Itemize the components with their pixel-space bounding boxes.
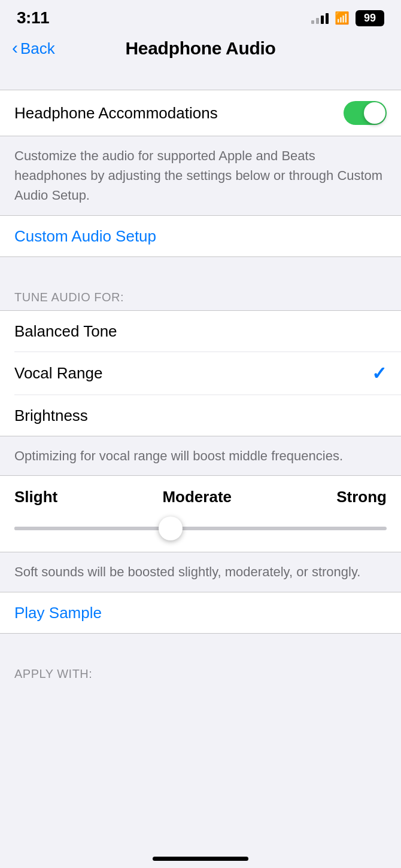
section-gap-3 (0, 634, 401, 655)
slider-description: Soft sounds will be boosted slightly, mo… (0, 552, 401, 591)
play-sample-section: Play Sample (0, 592, 401, 634)
apply-with-header: APPLY WITH: (0, 655, 401, 687)
battery-indicator: 99 (356, 10, 384, 26)
brightness-row[interactable]: Brightness (0, 395, 401, 436)
wifi-icon: 📶 (335, 11, 350, 25)
custom-audio-label: Custom Audio Setup (14, 227, 156, 246)
balanced-tone-label: Balanced Tone (14, 322, 117, 341)
accommodations-toggle[interactable] (344, 101, 387, 125)
nav-bar: ‹ Back Headphone Audio (0, 32, 401, 68)
signal-icon (311, 12, 329, 24)
accommodations-description: Customize the audio for supported Apple … (0, 136, 401, 215)
status-bar: 3:11 📶 99 (0, 0, 401, 32)
section-gap-1 (0, 68, 401, 90)
chevron-left-icon: ‹ (12, 39, 18, 57)
page-title: Headphone Audio (125, 38, 275, 59)
custom-audio-row[interactable]: Custom Audio Setup (0, 216, 401, 256)
home-indicator (153, 857, 248, 861)
back-button[interactable]: ‹ Back (12, 39, 55, 58)
slider-label-slight: Slight (14, 488, 57, 506)
slider-fill (14, 527, 171, 530)
section-gap-2 (0, 257, 401, 279)
vocal-range-label: Vocal Range (14, 364, 102, 383)
play-sample-row[interactable]: Play Sample (0, 592, 401, 633)
slider-container[interactable] (0, 512, 401, 552)
brightness-label: Brightness (14, 407, 88, 425)
custom-audio-section: Custom Audio Setup (0, 215, 401, 257)
slider-section: Slight Moderate Strong (0, 476, 401, 552)
balanced-tone-row[interactable]: Balanced Tone (0, 311, 401, 352)
play-sample-label: Play Sample (14, 604, 102, 622)
slider-track (14, 527, 387, 530)
slider-label-strong: Strong (336, 488, 387, 506)
accommodations-section: Headphone Accommodations (0, 90, 401, 136)
vocal-range-checkmark: ✓ (372, 363, 387, 384)
tune-audio-description: Optimizing for vocal range will boost mi… (0, 436, 401, 475)
slider-labels-row: Slight Moderate Strong (0, 476, 401, 512)
slider-thumb[interactable] (159, 516, 183, 540)
status-icons: 📶 99 (311, 10, 384, 26)
accommodations-label: Headphone Accommodations (14, 104, 218, 123)
tune-audio-header: TUNE AUDIO FOR: (0, 279, 401, 310)
accommodations-row[interactable]: Headphone Accommodations (0, 90, 401, 136)
slider-label-moderate: Moderate (162, 488, 232, 506)
status-time: 3:11 (17, 8, 49, 27)
vocal-range-row[interactable]: Vocal Range ✓ (0, 352, 401, 395)
tune-audio-options: Balanced Tone Vocal Range ✓ Brightness (0, 310, 401, 436)
toggle-thumb (364, 102, 385, 124)
